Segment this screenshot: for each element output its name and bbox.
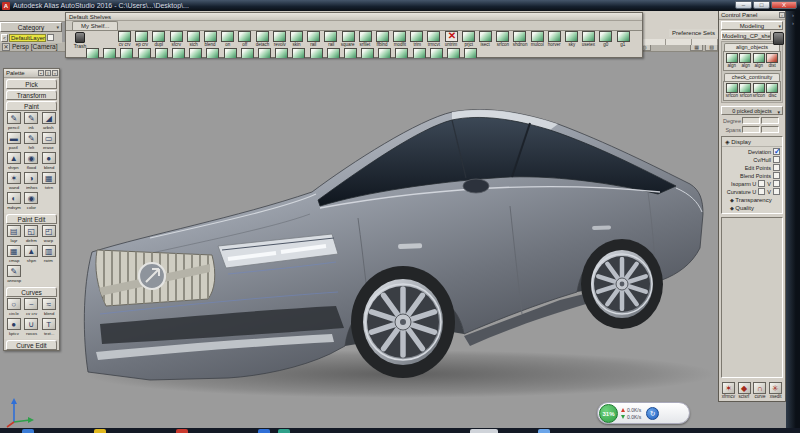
palette-tool[interactable]: ▦ cmap bbox=[5, 245, 23, 265]
tab-pick[interactable]: Pick bbox=[6, 79, 57, 89]
tool-icon[interactable] bbox=[479, 31, 492, 42]
degree-u-field[interactable] bbox=[742, 117, 760, 124]
palette-tool[interactable]: ▭ erase bbox=[40, 132, 58, 152]
taskbar-app-icon[interactable] bbox=[258, 429, 270, 433]
tool-icon[interactable]: ✶ bbox=[7, 172, 21, 184]
shelf-tool[interactable]: blend bbox=[202, 31, 219, 47]
tool-icon[interactable] bbox=[410, 31, 423, 42]
palette-tool[interactable]: ◰ warp bbox=[40, 225, 58, 245]
shelf-tool[interactable] bbox=[307, 48, 324, 58]
shelf-tool[interactable] bbox=[222, 48, 239, 58]
tool-icon[interactable]: ◉ bbox=[24, 152, 38, 164]
tool-icon[interactable]: ▥ bbox=[42, 245, 56, 257]
viewport-3d[interactable] bbox=[0, 22, 718, 428]
palette-tool[interactable]: ◐ mdsym bbox=[5, 192, 23, 212]
palette-tool[interactable]: ∪ rwcos bbox=[23, 318, 41, 338]
tool-icon[interactable] bbox=[292, 48, 305, 58]
tool-icon[interactable]: ✶ bbox=[722, 382, 735, 394]
tool-icon[interactable] bbox=[238, 31, 251, 42]
tool-icon[interactable]: ● bbox=[7, 318, 21, 330]
trash-cell[interactable]: Trash bbox=[70, 32, 90, 49]
tool-icon[interactable] bbox=[413, 48, 426, 58]
cp-tool[interactable]: disc bbox=[766, 83, 779, 98]
tool-icon[interactable]: ▲ bbox=[7, 152, 21, 164]
tool-icon[interactable]: ✎ bbox=[24, 132, 38, 144]
tab-curve-edit[interactable]: Curve Edit bbox=[6, 340, 57, 350]
palette-tool[interactable]: ◱ defrm bbox=[23, 225, 41, 245]
tool-icon[interactable]: ∩ bbox=[753, 382, 766, 394]
shelf-tool[interactable]: skin bbox=[288, 31, 305, 47]
tool-icon[interactable] bbox=[548, 31, 561, 42]
tab-paint-edit[interactable]: Paint Edit bbox=[6, 214, 57, 224]
shelf-tool[interactable]: g0 bbox=[597, 31, 614, 47]
tool-icon[interactable] bbox=[86, 48, 99, 58]
tool-icon[interactable] bbox=[290, 31, 303, 42]
tool-icon[interactable]: ▤ bbox=[7, 225, 21, 237]
cp-tool[interactable]: ◆ sctsrf bbox=[737, 382, 752, 399]
edit-points-checkbox[interactable] bbox=[773, 164, 780, 171]
transparency-control[interactable]: Transparency bbox=[722, 195, 782, 203]
taskbar-app-icon[interactable] bbox=[94, 429, 106, 433]
picked-objects-bar[interactable]: 0 picked objects▾ bbox=[721, 106, 783, 115]
palette-tool[interactable]: ≈ blend bbox=[40, 298, 58, 318]
tool-icon[interactable] bbox=[565, 31, 578, 42]
sync-button[interactable]: ↻ bbox=[646, 407, 659, 420]
tool-icon[interactable] bbox=[187, 31, 200, 42]
shelf-tool[interactable]: square bbox=[339, 31, 356, 47]
tool-icon[interactable]: ◱ bbox=[24, 225, 38, 237]
palette-pin-icon[interactable]: ▪ bbox=[38, 70, 44, 76]
shelf-tool[interactable] bbox=[101, 48, 118, 58]
palette-tool[interactable]: ◉ flood bbox=[23, 152, 41, 172]
tool-icon[interactable]: ◰ bbox=[42, 225, 56, 237]
shelf-tool[interactable]: dupl bbox=[150, 31, 167, 47]
minimize-button[interactable]: – bbox=[735, 1, 752, 9]
palette-tool[interactable]: ▲ shrpn bbox=[5, 152, 23, 172]
shelf-tool[interactable]: trim bbox=[408, 31, 425, 47]
tool-icon[interactable] bbox=[462, 31, 475, 42]
tool-icon[interactable]: ▲ bbox=[24, 245, 38, 257]
shelf-tool[interactable] bbox=[376, 48, 393, 58]
tab-curves[interactable]: Curves bbox=[6, 287, 57, 297]
cp-tool[interactable]: ✳ xsedit bbox=[768, 382, 783, 399]
tool-icon[interactable]: ◐ bbox=[7, 192, 21, 204]
palette-tool[interactable]: ✎ pencil bbox=[5, 112, 23, 132]
shelf-tool[interactable]: untrim bbox=[443, 31, 460, 47]
tool-icon[interactable]: ~ bbox=[24, 298, 38, 310]
tool-icon[interactable] bbox=[393, 31, 406, 42]
palette-tool[interactable]: ▦ txtrn bbox=[40, 172, 58, 192]
shelf-tool[interactable]: prjct bbox=[460, 31, 477, 47]
shelf-tool[interactable] bbox=[118, 48, 135, 58]
network-gauge-widget[interactable]: 31% 0.0K/s 0.0K/s ↻ bbox=[597, 402, 690, 424]
palette-tool[interactable]: ✶ wand bbox=[5, 172, 23, 192]
shelf-tool[interactable]: isect bbox=[477, 31, 494, 47]
shelf-tool[interactable]: g1 bbox=[614, 31, 631, 47]
tool-icon[interactable] bbox=[135, 31, 148, 42]
shelf-tool[interactable]: trmcvt bbox=[425, 31, 442, 47]
cp-tool[interactable]: algn bbox=[752, 53, 766, 68]
taskbar-app-icon[interactable] bbox=[176, 429, 188, 433]
tool-icon[interactable] bbox=[427, 31, 440, 42]
tool-icon[interactable] bbox=[445, 31, 458, 42]
shelf-tool[interactable] bbox=[428, 48, 445, 58]
tool-icon[interactable]: ▬ bbox=[7, 132, 21, 144]
degree-v-field[interactable] bbox=[761, 117, 779, 124]
palette-tool[interactable]: ✎ annosp bbox=[5, 265, 23, 285]
tab-my-shelf[interactable]: My Shelf... bbox=[72, 21, 118, 30]
shelf-tool[interactable] bbox=[393, 48, 410, 58]
tool-icon[interactable] bbox=[395, 48, 408, 58]
shelf-tool[interactable]: srfcon bbox=[494, 31, 511, 47]
shelf-tool[interactable] bbox=[445, 48, 462, 58]
tool-icon[interactable] bbox=[599, 31, 612, 42]
palette-menu-icon[interactable]: ≡ bbox=[45, 70, 51, 76]
shelf-tool[interactable]: rail bbox=[305, 31, 322, 47]
tool-icon[interactable] bbox=[447, 48, 460, 58]
shelf-tool[interactable] bbox=[170, 48, 187, 58]
tool-icon[interactable] bbox=[513, 31, 526, 42]
control-panel-title-bar[interactable]: Control Panel ▫ bbox=[719, 11, 785, 20]
tool-icon[interactable] bbox=[204, 31, 217, 42]
palette-tool[interactable]: ▤ layr bbox=[5, 225, 23, 245]
cp-tool[interactable]: srfcon bbox=[739, 83, 753, 98]
tool-icon[interactable] bbox=[103, 48, 116, 58]
shelf-tool[interactable]: ep crv bbox=[133, 31, 150, 47]
tool-icon[interactable] bbox=[275, 48, 288, 58]
